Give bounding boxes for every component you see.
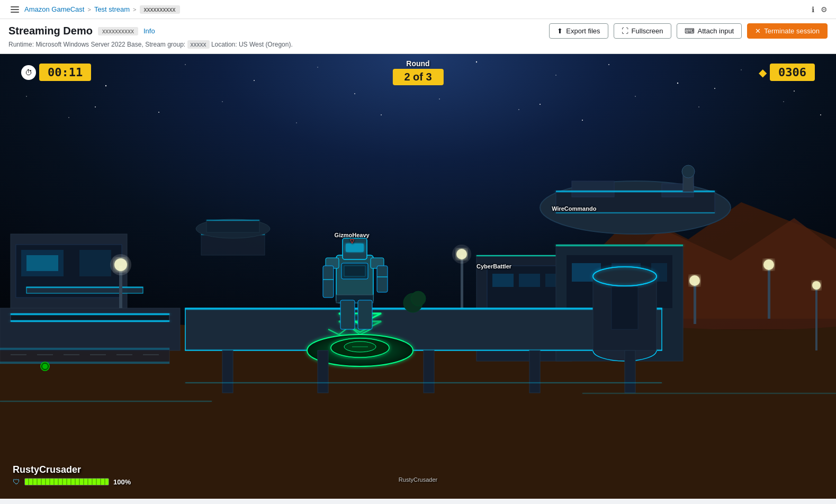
svg-point-22 xyxy=(68,117,69,118)
svg-rect-65 xyxy=(519,274,540,287)
top-bar-right: ℹ ⚙ xyxy=(812,5,828,14)
name-tag-wirecommando: WireCommando xyxy=(552,205,596,212)
score-value: 0306 xyxy=(770,64,815,81)
svg-rect-98 xyxy=(344,266,365,276)
svg-point-80 xyxy=(763,259,774,270)
terminate-session-button[interactable]: ✕ Terminate session xyxy=(747,23,828,39)
svg-rect-107 xyxy=(377,266,388,292)
health-percent: 100% xyxy=(113,478,131,486)
header-title-group: Streaming Demo xxxxxxxxxx Info xyxy=(8,25,155,37)
fullscreen-button[interactable]: ⛶ Fullscreen xyxy=(614,23,671,39)
svg-point-20 xyxy=(714,88,715,89)
svg-rect-119 xyxy=(424,350,434,393)
player-name-gizmoheavy: GizmoHeavy xyxy=(335,232,370,238)
svg-point-10 xyxy=(677,83,678,84)
svg-point-21 xyxy=(783,101,784,102)
game-viewport[interactable]: ⏱ 00:11 Round 2 of 3 ◆ 0306 GizmoHeavy ▽… xyxy=(0,54,836,499)
health-bar-container: 🛡 100% xyxy=(13,478,131,486)
location-value: US West (Oregon). xyxy=(239,41,293,48)
svg-rect-104 xyxy=(340,300,355,329)
svg-point-18 xyxy=(540,104,541,105)
shield-icon-hud: 🛡 xyxy=(13,478,20,486)
hamburger-menu[interactable] xyxy=(8,4,21,15)
svg-rect-42 xyxy=(0,362,169,364)
breadcrumb-sep-1: > xyxy=(87,6,91,13)
svg-rect-109 xyxy=(377,276,388,277)
svg-point-24 xyxy=(296,122,297,123)
fullscreen-icon: ⛶ xyxy=(622,27,628,35)
svg-rect-108 xyxy=(323,279,334,280)
svg-rect-131 xyxy=(206,220,259,221)
settings-icon[interactable]: ⚙ xyxy=(821,5,828,14)
breadcrumb-test-stream[interactable]: Test stream xyxy=(94,5,130,13)
svg-rect-114 xyxy=(612,287,638,329)
health-bar-background xyxy=(24,478,109,485)
svg-point-11 xyxy=(741,69,742,70)
title-badge: xxxxxxxxxx xyxy=(98,27,138,35)
svg-rect-84 xyxy=(185,308,662,310)
export-icon: ⬆ xyxy=(557,27,563,35)
svg-point-82 xyxy=(812,281,821,290)
terminate-icon: ✕ xyxy=(755,27,761,35)
hud-round-label: Round xyxy=(392,59,443,68)
svg-point-5 xyxy=(317,67,318,68)
svg-point-53 xyxy=(110,254,131,275)
location-label: Location: xyxy=(211,41,237,48)
svg-point-12 xyxy=(794,91,795,92)
runtime-value: Microsoft Windows Server 2022 Base, xyxy=(35,41,143,48)
svg-rect-117 xyxy=(222,350,233,393)
header-meta: Runtime: Microsoft Windows Server 2022 B… xyxy=(8,41,828,48)
svg-point-3 xyxy=(185,64,186,65)
player-icon-gizmoheavy: ▽ xyxy=(335,238,370,244)
svg-rect-39 xyxy=(79,250,111,276)
export-files-button[interactable]: ⬆ Export files xyxy=(549,23,608,39)
stream-group-value: xxxxx xyxy=(187,40,210,49)
svg-rect-120 xyxy=(529,350,540,393)
svg-point-27 xyxy=(582,120,583,121)
svg-point-23 xyxy=(158,112,159,113)
header-bar: Streaming Demo xxxxxxxxxx Info ⬆ Export … xyxy=(0,19,836,54)
svg-rect-106 xyxy=(323,266,334,298)
player-name-cyberbattler: CyberBattler xyxy=(477,263,511,269)
svg-point-4 xyxy=(254,80,255,81)
svg-point-19 xyxy=(635,96,636,97)
player-name-wirecommando: WireCommando xyxy=(552,205,596,212)
svg-rect-124 xyxy=(185,382,662,383)
svg-rect-33 xyxy=(11,313,169,315)
svg-rect-103 xyxy=(346,244,364,252)
svg-rect-83 xyxy=(185,308,662,350)
info-icon[interactable]: ℹ xyxy=(812,5,814,14)
top-navigation-bar: Amazon GameCast > Test stream > xxxxxxxx… xyxy=(0,0,836,19)
player-name-display: RustyCrusader xyxy=(13,464,131,475)
svg-point-16 xyxy=(354,93,355,94)
svg-rect-64 xyxy=(492,274,514,287)
svg-rect-59 xyxy=(556,212,715,213)
breadcrumb-current: xxxxxxxxxx xyxy=(140,5,180,14)
hud-round-value: 2 of 3 xyxy=(392,69,443,85)
svg-point-28 xyxy=(698,106,699,107)
svg-point-9 xyxy=(608,64,609,65)
hud-bottom-center-name: RustyCrusader xyxy=(399,476,437,483)
breadcrumb: Amazon GameCast > Test stream > xxxxxxxx… xyxy=(8,4,180,15)
hud-score: ◆ 0306 xyxy=(759,64,815,81)
svg-point-14 xyxy=(95,106,96,107)
svg-point-123 xyxy=(42,364,48,369)
attach-input-button[interactable]: ⌨ Attach input xyxy=(677,23,742,39)
svg-rect-125 xyxy=(0,401,212,402)
game-scene-svg xyxy=(0,54,836,499)
svg-rect-130 xyxy=(206,221,259,232)
svg-point-26 xyxy=(518,109,519,110)
svg-rect-105 xyxy=(358,300,372,329)
svg-rect-79 xyxy=(768,266,770,319)
timer-value: 00:11 xyxy=(39,64,91,81)
svg-point-76 xyxy=(452,245,471,264)
breadcrumb-amazon-gamecast[interactable]: Amazon GameCast xyxy=(24,5,84,13)
info-link[interactable]: Info xyxy=(143,27,155,35)
header-actions: ⬆ Export files ⛶ Fullscreen ⌨ Attach inp… xyxy=(549,23,828,39)
svg-rect-41 xyxy=(0,348,169,350)
keyboard-icon: ⌨ xyxy=(685,27,695,35)
hud-round: Round 2 of 3 xyxy=(392,59,443,85)
svg-rect-73 xyxy=(556,245,683,246)
svg-point-8 xyxy=(555,75,556,76)
svg-rect-118 xyxy=(318,350,328,393)
